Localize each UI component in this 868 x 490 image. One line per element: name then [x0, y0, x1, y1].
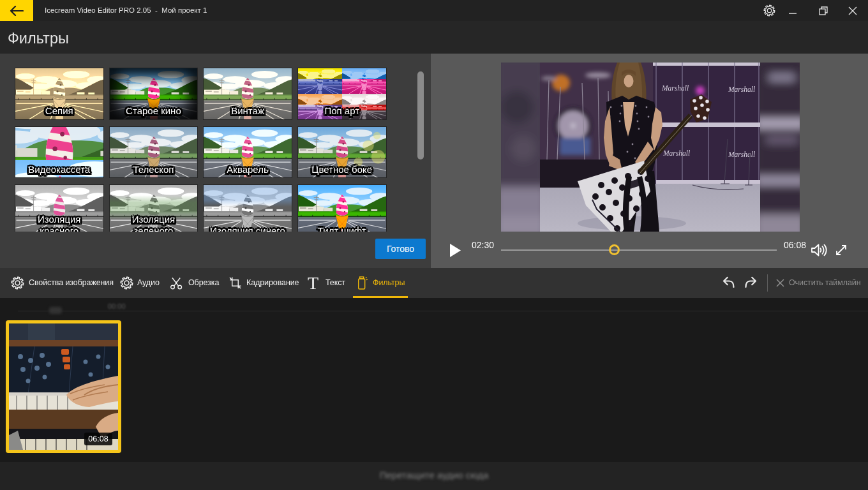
svg-text:Marshall: Marshall	[728, 151, 755, 158]
svg-text:Marshall: Marshall	[661, 84, 689, 92]
svg-text:Marshall: Marshall	[662, 149, 690, 157]
svg-text:Marshall: Marshall	[728, 85, 755, 93]
